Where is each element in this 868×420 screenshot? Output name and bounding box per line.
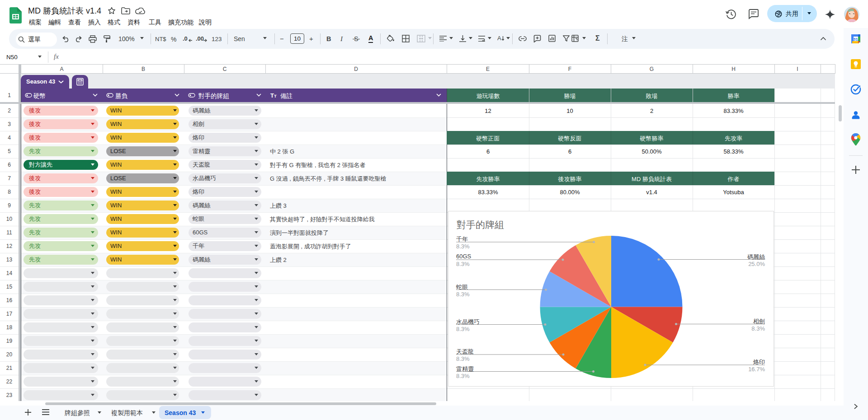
svg-text:A: A (497, 35, 501, 42)
svg-text:31: 31 (853, 37, 858, 42)
